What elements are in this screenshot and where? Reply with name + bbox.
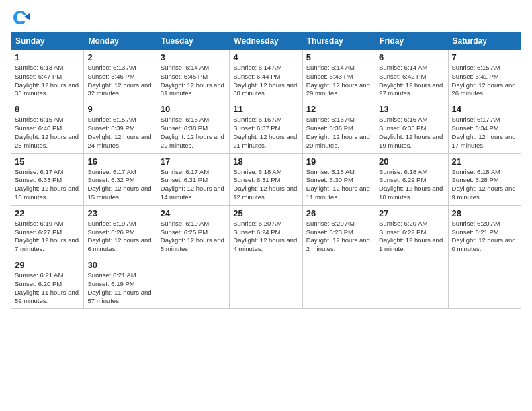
calendar-cell [230,257,302,309]
day-number: 6 [379,52,444,62]
calendar-cell: 11 Sunrise: 6:16 AMSunset: 6:37 PMDaylig… [230,101,302,153]
day-number: 24 [161,208,226,218]
day-detail: Sunrise: 6:17 AMSunset: 6:33 PMDaylight:… [15,168,79,201]
calendar-cell: 17 Sunrise: 6:17 AMSunset: 6:31 PMDaylig… [157,153,229,205]
day-detail: Sunrise: 6:17 AMSunset: 6:31 PMDaylight:… [161,168,224,201]
day-number: 26 [306,208,371,218]
day-number: 8 [15,104,80,114]
logo-icon [11,8,30,27]
calendar-cell: 22 Sunrise: 6:19 AMSunset: 6:27 PMDaylig… [11,205,84,257]
week-row-4: 22 Sunrise: 6:19 AMSunset: 6:27 PMDaylig… [11,205,521,257]
day-number: 19 [306,156,371,167]
calendar-cell: 2 Sunrise: 6:13 AMSunset: 6:46 PMDayligh… [84,50,157,101]
page: SundayMondayTuesdayWednesdayThursdayFrid… [0,0,532,411]
day-number: 16 [87,156,152,167]
calendar-cell: 10 Sunrise: 6:15 AMSunset: 6:38 PMDaylig… [157,101,229,153]
day-detail: Sunrise: 6:19 AMSunset: 6:27 PMDaylight:… [15,220,79,253]
calendar-cell: 23 Sunrise: 6:19 AMSunset: 6:26 PMDaylig… [84,205,157,257]
calendar-cell: 25 Sunrise: 6:20 AMSunset: 6:24 PMDaylig… [230,205,302,257]
day-number: 5 [306,52,371,62]
logo [11,8,32,27]
day-detail: Sunrise: 6:20 AMSunset: 6:22 PMDaylight:… [379,220,443,253]
calendar-cell: 30 Sunrise: 6:21 AMSunset: 6:19 PMDaylig… [84,257,157,309]
week-row-3: 15 Sunrise: 6:17 AMSunset: 6:33 PMDaylig… [11,153,521,205]
day-detail: Sunrise: 6:15 AMSunset: 6:41 PMDaylight:… [452,64,516,97]
day-number: 13 [379,104,444,114]
calendar-header-row: SundayMondayTuesdayWednesdayThursdayFrid… [11,33,521,50]
day-number: 23 [87,208,152,218]
day-detail: Sunrise: 6:14 AMSunset: 6:44 PMDaylight:… [233,64,297,97]
day-number: 30 [87,260,152,270]
day-number: 1 [15,52,80,62]
week-row-5: 29 Sunrise: 6:21 AMSunset: 6:20 PMDaylig… [11,257,521,309]
calendar-cell: 6 Sunrise: 6:14 AMSunset: 6:42 PMDayligh… [375,50,448,101]
calendar-cell: 28 Sunrise: 6:20 AMSunset: 6:21 PMDaylig… [448,205,521,257]
calendar-cell: 13 Sunrise: 6:16 AMSunset: 6:35 PMDaylig… [375,101,448,153]
day-detail: Sunrise: 6:18 AMSunset: 6:28 PMDaylight:… [452,168,516,201]
day-number: 9 [87,104,152,114]
week-row-2: 8 Sunrise: 6:15 AMSunset: 6:40 PMDayligh… [11,101,521,153]
calendar-header-thursday: Thursday [302,33,375,50]
day-detail: Sunrise: 6:13 AMSunset: 6:46 PMDaylight:… [87,64,151,97]
calendar-cell [302,257,375,309]
calendar-cell: 7 Sunrise: 6:15 AMSunset: 6:41 PMDayligh… [448,50,521,101]
day-detail: Sunrise: 6:16 AMSunset: 6:37 PMDaylight:… [233,116,297,148]
calendar-cell: 3 Sunrise: 6:14 AMSunset: 6:45 PMDayligh… [157,50,229,101]
day-detail: Sunrise: 6:18 AMSunset: 6:29 PMDaylight:… [379,168,443,201]
calendar-cell: 18 Sunrise: 6:18 AMSunset: 6:31 PMDaylig… [230,153,302,205]
day-detail: Sunrise: 6:18 AMSunset: 6:31 PMDaylight:… [233,168,297,201]
day-number: 29 [15,260,80,270]
calendar-cell: 8 Sunrise: 6:15 AMSunset: 6:40 PMDayligh… [11,101,84,153]
day-detail: Sunrise: 6:19 AMSunset: 6:25 PMDaylight:… [161,220,224,253]
day-number: 7 [452,52,517,62]
calendar-cell: 19 Sunrise: 6:18 AMSunset: 6:30 PMDaylig… [302,153,375,205]
day-detail: Sunrise: 6:15 AMSunset: 6:38 PMDaylight:… [161,116,224,148]
calendar-cell [448,257,521,309]
day-number: 10 [161,104,226,114]
day-number: 4 [233,52,298,62]
calendar-cell: 12 Sunrise: 6:16 AMSunset: 6:36 PMDaylig… [302,101,375,153]
calendar-cell: 9 Sunrise: 6:15 AMSunset: 6:39 PMDayligh… [84,101,157,153]
day-number: 12 [306,104,371,114]
day-detail: Sunrise: 6:13 AMSunset: 6:47 PMDaylight:… [15,64,79,97]
day-detail: Sunrise: 6:21 AMSunset: 6:20 PMDaylight:… [15,271,79,304]
day-detail: Sunrise: 6:20 AMSunset: 6:24 PMDaylight:… [233,220,297,253]
day-number: 22 [15,208,80,218]
day-detail: Sunrise: 6:17 AMSunset: 6:34 PMDaylight:… [452,116,516,148]
calendar-cell: 21 Sunrise: 6:18 AMSunset: 6:28 PMDaylig… [448,153,521,205]
day-number: 27 [379,208,444,218]
calendar-cell: 4 Sunrise: 6:14 AMSunset: 6:44 PMDayligh… [230,50,302,101]
day-number: 17 [161,156,226,167]
day-number: 25 [233,208,298,218]
day-number: 20 [379,156,444,167]
calendar-cell [157,257,229,309]
day-number: 2 [87,52,152,62]
calendar-cell [375,257,448,309]
calendar-cell: 20 Sunrise: 6:18 AMSunset: 6:29 PMDaylig… [375,153,448,205]
calendar-cell: 15 Sunrise: 6:17 AMSunset: 6:33 PMDaylig… [11,153,84,205]
calendar-header-tuesday: Tuesday [157,33,229,50]
week-row-1: 1 Sunrise: 6:13 AMSunset: 6:47 PMDayligh… [11,50,521,101]
calendar-cell: 26 Sunrise: 6:20 AMSunset: 6:23 PMDaylig… [302,205,375,257]
day-detail: Sunrise: 6:20 AMSunset: 6:23 PMDaylight:… [306,220,370,253]
day-detail: Sunrise: 6:16 AMSunset: 6:35 PMDaylight:… [379,116,443,148]
day-detail: Sunrise: 6:15 AMSunset: 6:40 PMDaylight:… [15,116,79,148]
day-detail: Sunrise: 6:16 AMSunset: 6:36 PMDaylight:… [306,116,370,148]
calendar-header-friday: Friday [375,33,448,50]
day-number: 11 [233,104,298,114]
day-detail: Sunrise: 6:18 AMSunset: 6:30 PMDaylight:… [306,168,370,201]
day-number: 21 [452,156,517,167]
day-detail: Sunrise: 6:21 AMSunset: 6:19 PMDaylight:… [87,271,151,304]
header [11,8,521,27]
day-detail: Sunrise: 6:17 AMSunset: 6:32 PMDaylight:… [87,168,151,201]
day-number: 14 [452,104,517,114]
calendar-header-monday: Monday [84,33,157,50]
day-detail: Sunrise: 6:14 AMSunset: 6:42 PMDaylight:… [379,64,443,97]
calendar-header-saturday: Saturday [448,33,521,50]
day-detail: Sunrise: 6:15 AMSunset: 6:39 PMDaylight:… [87,116,151,148]
calendar-cell: 1 Sunrise: 6:13 AMSunset: 6:47 PMDayligh… [11,50,84,101]
calendar-cell: 5 Sunrise: 6:14 AMSunset: 6:43 PMDayligh… [302,50,375,101]
calendar-cell: 24 Sunrise: 6:19 AMSunset: 6:25 PMDaylig… [157,205,229,257]
day-number: 28 [452,208,517,218]
calendar-cell: 27 Sunrise: 6:20 AMSunset: 6:22 PMDaylig… [375,205,448,257]
